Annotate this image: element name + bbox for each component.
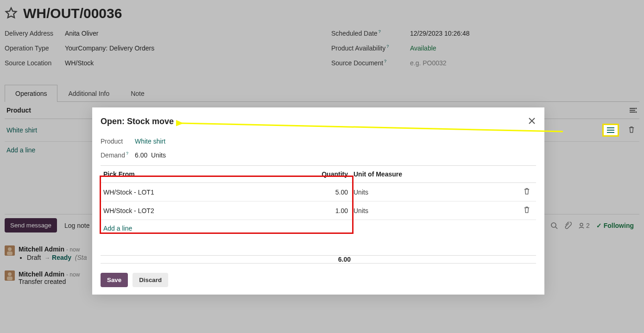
product-row-link[interactable]: White shirt bbox=[6, 126, 37, 134]
favorite-star-icon[interactable] bbox=[5, 6, 18, 21]
label-scheduled-date: Scheduled Date bbox=[331, 30, 391, 37]
tab-note[interactable]: Note bbox=[120, 85, 155, 102]
search-icon[interactable] bbox=[550, 222, 558, 229]
lot-total-qty: 6.00 bbox=[318, 256, 351, 263]
label-product-availability: Product Availability bbox=[331, 44, 396, 52]
modal-title: Open: Stock move bbox=[101, 117, 174, 126]
avatar bbox=[5, 245, 15, 256]
send-message-button[interactable]: Send message bbox=[5, 218, 57, 232]
msg-author: Mitchell Admin bbox=[19, 245, 64, 253]
svg-point-2 bbox=[551, 223, 556, 227]
value-scheduled-date[interactable]: 12/29/2023 10:26:48 bbox=[410, 30, 469, 37]
col-header-product: Product bbox=[6, 107, 31, 114]
label-source-document: Source Document bbox=[331, 59, 391, 67]
svg-point-3 bbox=[580, 223, 583, 226]
detailed-operations-icon[interactable] bbox=[602, 124, 619, 137]
label-delivery-address: Delivery Address bbox=[5, 30, 65, 37]
label-operation-type: Operation Type bbox=[5, 44, 65, 52]
attachment-icon[interactable] bbox=[564, 222, 572, 229]
value-source-document[interactable]: e.g. PO0032 bbox=[410, 59, 447, 67]
arrow-right-icon: → bbox=[44, 255, 50, 261]
following-button[interactable]: Following bbox=[596, 222, 634, 229]
msg-author: Mitchell Admin bbox=[19, 270, 64, 278]
value-operation-type[interactable]: YourCompany: Delivery Orders bbox=[65, 44, 154, 52]
modal-product-value[interactable]: White shirt bbox=[135, 138, 165, 145]
page-title: WH/OUT/00036 bbox=[23, 6, 122, 21]
col-header-quantity: Quantity bbox=[318, 166, 351, 182]
tab-additional-info[interactable]: Additional Info bbox=[57, 85, 120, 102]
col-header-uom: Unit of Measure bbox=[351, 166, 518, 182]
value-source-location[interactable]: WH/Stock bbox=[65, 59, 94, 67]
lot-row[interactable]: WH/Stock - LOT2 1.00 Units bbox=[101, 201, 536, 220]
value-delivery-address[interactable]: Anita Oliver bbox=[65, 30, 98, 37]
close-icon[interactable] bbox=[528, 117, 536, 126]
modal-product-label: Product bbox=[101, 138, 135, 145]
svg-rect-9 bbox=[7, 276, 13, 280]
svg-point-1 bbox=[636, 112, 637, 113]
discard-button[interactable]: Discard bbox=[133, 273, 168, 287]
add-lot-line[interactable]: Add a line bbox=[103, 225, 132, 232]
lot-row[interactable]: WH/Stock - LOT1 5.00 Units bbox=[101, 183, 536, 201]
svg-rect-6 bbox=[7, 251, 13, 255]
delete-lot-icon[interactable] bbox=[524, 207, 530, 215]
svg-point-5 bbox=[8, 247, 12, 251]
svg-point-0 bbox=[636, 108, 637, 109]
modal-demand-label: Demand bbox=[101, 151, 135, 159]
followers-count[interactable]: 2 bbox=[578, 222, 590, 229]
col-header-pick-from: Pick From bbox=[101, 166, 318, 182]
svg-point-8 bbox=[8, 272, 12, 276]
add-product-line[interactable]: Add a line bbox=[6, 146, 35, 154]
save-button[interactable]: Save bbox=[101, 273, 128, 287]
delete-row-icon[interactable] bbox=[628, 126, 635, 135]
avatar bbox=[5, 270, 15, 281]
value-product-availability: Available bbox=[410, 44, 436, 52]
settings-icon[interactable] bbox=[629, 107, 638, 113]
stock-move-modal: Open: Stock move Product White shirt Dem… bbox=[92, 107, 544, 295]
log-note-button[interactable]: Log note bbox=[62, 222, 93, 229]
tab-operations[interactable]: Operations bbox=[5, 85, 57, 102]
delete-lot-icon[interactable] bbox=[524, 189, 530, 196]
label-source-location: Source Location bbox=[5, 59, 65, 67]
